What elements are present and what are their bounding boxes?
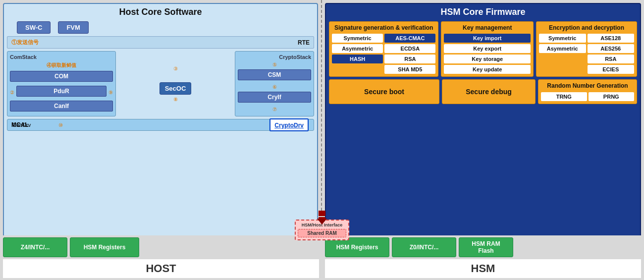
fvm-box: FVM (58, 21, 88, 34)
cryptostack-label: CryptoStack (238, 54, 311, 60)
prng-tag: PRNG (589, 92, 635, 101)
rsa-enc-tag: RSA (588, 55, 635, 63)
hsm-label: HSM (325, 259, 641, 278)
arrow-10: ⑩ (58, 122, 63, 128)
arrow-2: ② (10, 90, 14, 95)
sig-grid: Symmetric Asymmetric HASH AES-CMAC ECDSA… (332, 34, 435, 74)
arrow-6: ⑥ (238, 84, 311, 90)
red-down-arrow (319, 211, 325, 219)
main-layout: Host Core Software SW-C FVM ①发送信号 RTE BS… (0, 0, 644, 280)
sec-debug-panel: Secure debug (442, 79, 536, 104)
symmetric-tag: Symmetric (332, 34, 383, 43)
enc-left-col: Symmetric Asymmetric (539, 34, 586, 74)
com-box: COM (10, 71, 113, 82)
sym-enc-tag: Symmetric (539, 34, 586, 43)
rsa-sig-tag: RSA (384, 55, 435, 63)
secoc-box: SecOC (160, 82, 192, 95)
cryptodrv-label: CryptoDrv (274, 122, 304, 129)
sig-title: Signature generation & verification (332, 24, 435, 31)
key-import-tag: Key import (444, 34, 531, 43)
comstack-region: ComStack ④获取新鲜值 COM ② PduR ⑨ CanIf (7, 51, 116, 116)
rng-title: Random Number Generation (541, 82, 634, 89)
ecies-tag: ECIES (588, 65, 635, 74)
csm-box: CSM (238, 69, 311, 80)
arrow-8: ⑧ (173, 97, 178, 102)
signal-label: ①发送信号 (11, 39, 39, 46)
hsm-ram-flash-box: HSM RAM Flash (459, 237, 513, 257)
sha-md5-tag: SHA MD5 (384, 65, 435, 74)
hsm-reg-right-box: HSM Registers (325, 237, 389, 257)
cryif-box: CryIf (238, 92, 311, 103)
sec-debug-label: Secure debug (466, 88, 512, 96)
ase128-tag: ASE128 (588, 34, 635, 43)
hash-tag: HASH (332, 55, 383, 63)
fresh-label: ④获取新鲜值 (10, 62, 113, 69)
trng-tag: TRNG (541, 92, 587, 101)
arrow-head (317, 219, 327, 224)
sw-c-box: SW-C (17, 21, 51, 34)
enc-right-col: ASE128 AES256 RSA ECIES (588, 34, 635, 74)
interface-container: HSM/Host Interface Shared RAM (295, 211, 349, 240)
bottom-right: HSM Registers Z0/INTC/... HSM RAM Flash … (322, 235, 644, 280)
rte-bar: ①发送信号 RTE (7, 36, 314, 49)
sec-boot-label: Secure boot (364, 88, 404, 96)
z0-box: Z0/INTC/... (392, 237, 456, 257)
key-export-tag: Key export (444, 44, 531, 53)
rte-label: RTE (298, 39, 310, 46)
sig-panel: Signature generation & verification Symm… (329, 21, 438, 77)
rng-panel: Random Number Generation TRNG PRNG (538, 79, 637, 104)
shared-ram-box: Shared RAM (298, 229, 346, 237)
arrow-3: ③ (173, 66, 178, 71)
key-panel: Key management Key import Key export Key… (441, 21, 534, 77)
hsm-bottom-panels: Secure boot Secure debug Random Number G… (329, 79, 637, 104)
arrow-7: ⑦ (238, 107, 311, 112)
asym-enc-tag: Asymmetric (539, 44, 586, 53)
red-arrow-container (295, 211, 349, 219)
key-col: Key import Key export Key storage Key up… (444, 34, 531, 74)
comstack-label: ComStack (10, 54, 113, 60)
aes-cmac-tag: AES-CMAC (384, 34, 435, 43)
secoc-area: ③ SecOC ⑧ (119, 51, 232, 116)
hsm-top-panels: Signature generation & verification Symm… (329, 21, 637, 77)
host-core-title: Host Core Software (7, 7, 314, 17)
enc-grid: Symmetric Asymmetric ASE128 AES256 RSA E… (539, 34, 634, 74)
asymmetric-tag: Asymmetric (332, 44, 383, 53)
z4-box: Z4/INTC/... (3, 237, 67, 257)
bottom-section: Z4/INTC/... HSM Registers HOST HSM/Host … (0, 235, 644, 280)
key-title: Key management (444, 24, 531, 31)
canif-box: CanIf (10, 101, 113, 112)
secoc-arrows: ⑧ (173, 97, 178, 102)
aes256-tag: AES256 (588, 44, 635, 53)
ecdsa-tag: ECDSA (384, 44, 435, 53)
host-label: HOST (3, 259, 319, 278)
arrow-9: ⑨ (108, 90, 113, 95)
bsw-area: BSW ComStack ④获取新鲜值 COM ② PduR ⑨ CanI (7, 51, 314, 131)
key-storage-tag: Key storage (444, 55, 531, 63)
bsw-content: ComStack ④获取新鲜值 COM ② PduR ⑨ CanIf (7, 51, 314, 116)
bottom-boxes-left: Z4/INTC/... HSM Registers (3, 237, 319, 257)
hsm-reg-left-box: HSM Registers (70, 237, 139, 257)
encr-panel: Encryption and decryption Symmetric Asym… (536, 21, 637, 77)
pdur-box: PduR (16, 86, 107, 97)
bottom-boxes-right: HSM Registers Z0/INTC/... HSM RAM Flash (325, 237, 641, 257)
sec-boot-panel: Secure boot (329, 79, 439, 104)
cryptostack-region: CryptoStack ⑤ CSM ⑥ CryIf ⑦ (235, 51, 314, 116)
candrv-text: CanDrv (12, 122, 31, 128)
sw-fvm-row: SW-C FVM (17, 21, 314, 34)
cryptodrv-box: CryptoDrv (269, 118, 309, 131)
enc-title: Encryption and decryption (539, 24, 634, 31)
key-update-tag: Key update (444, 65, 531, 74)
candrv-label-wrap: CanDrv (12, 120, 31, 129)
sig-left-col: Symmetric Asymmetric HASH (332, 34, 383, 74)
mcal-region: MCAL CryptoDrv CanDrv ⑩ (7, 119, 314, 131)
arrow-5: ⑤ (238, 62, 311, 67)
bottom-left: Z4/INTC/... HSM Registers HOST (0, 235, 322, 280)
hsm-core-title: HSM Core Firmware (329, 7, 637, 17)
pdur-row: ② PduR ⑨ (10, 86, 113, 99)
rng-row: TRNG PRNG (541, 92, 634, 101)
sig-right-col: AES-CMAC ECDSA RSA SHA MD5 (384, 34, 435, 74)
